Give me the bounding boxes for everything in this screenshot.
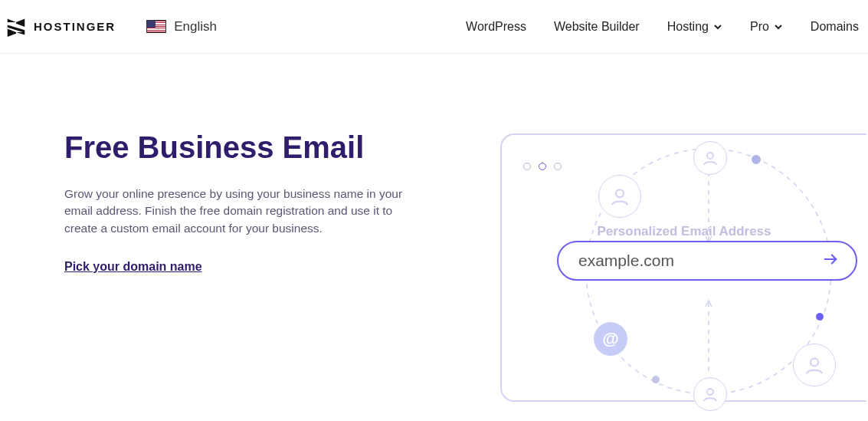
nav-domains[interactable]: Domains <box>811 20 859 34</box>
flag-us-icon <box>146 20 166 33</box>
svg-point-1 <box>707 153 713 159</box>
brand-name: HOSTINGER <box>34 20 116 33</box>
hero-description: Grow your online presence by using your … <box>64 186 417 237</box>
domain-search-value: example.com <box>578 252 674 270</box>
accent-dot-icon <box>652 376 660 383</box>
user-avatar-icon <box>693 377 727 411</box>
nav-website-builder[interactable]: Website Builder <box>554 20 640 34</box>
header-left-group: HOSTINGER English <box>3 17 217 37</box>
nav-wordpress[interactable]: WordPress <box>466 20 526 34</box>
svg-point-3 <box>811 358 818 366</box>
brand-logo-icon <box>6 17 26 37</box>
svg-point-4 <box>707 389 713 395</box>
language-label: English <box>174 19 217 35</box>
window-dot-icon <box>554 163 562 170</box>
user-avatar-icon <box>793 344 836 386</box>
arrow-right-icon <box>822 251 839 271</box>
user-avatar-icon <box>598 175 641 218</box>
window-controls <box>523 163 562 170</box>
accent-dot-icon <box>752 155 761 164</box>
language-selector[interactable]: English <box>146 19 217 35</box>
hero-text-block: Free Business Email Grow your online pre… <box>64 130 417 274</box>
nav-builder-label: Website Builder <box>554 20 640 34</box>
primary-nav: WordPress Website Builder Hosting Pro Do… <box>466 20 859 34</box>
hero-title: Free Business Email <box>64 130 417 164</box>
chevron-down-icon <box>774 22 783 31</box>
window-dot-icon <box>523 163 531 170</box>
hero-illustration: Personalized Email Address example.com @ <box>500 133 868 409</box>
hero-cta-link[interactable]: Pick your domain name <box>64 260 202 273</box>
domain-search-input[interactable]: example.com <box>557 241 857 281</box>
site-header: HOSTINGER English WordPress Website Buil… <box>0 0 868 54</box>
nav-hosting[interactable]: Hosting <box>667 20 722 34</box>
user-avatar-icon <box>693 141 727 175</box>
svg-point-2 <box>616 189 624 197</box>
nav-pro-label: Pro <box>750 20 769 34</box>
brand-logo[interactable]: HOSTINGER <box>6 17 116 37</box>
illustration-card: Personalized Email Address example.com @ <box>500 133 866 402</box>
nav-hosting-label: Hosting <box>667 20 709 34</box>
at-symbol-icon: @ <box>594 322 627 356</box>
window-dot-icon <box>539 163 546 170</box>
nav-domains-label: Domains <box>811 20 859 34</box>
nav-pro[interactable]: Pro <box>750 20 783 34</box>
accent-dot-icon <box>816 313 824 321</box>
nav-wordpress-label: WordPress <box>466 20 526 34</box>
illustration-label: Personalized Email Address <box>502 224 866 239</box>
chevron-down-icon <box>713 22 722 31</box>
